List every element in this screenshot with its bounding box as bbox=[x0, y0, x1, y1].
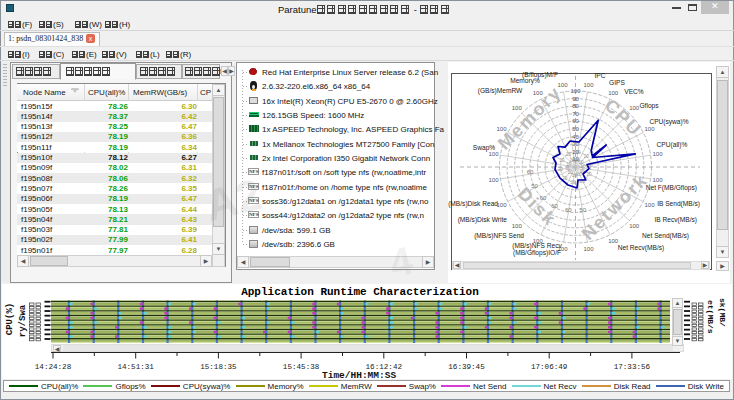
svg-text:100: 100 bbox=[512, 105, 523, 111]
svg-text:14:24:28: 14:24:28 bbox=[35, 363, 72, 370]
svg-text:100: 100 bbox=[629, 223, 640, 229]
svg-text:60: 60 bbox=[572, 118, 579, 124]
svg-text:80: 80 bbox=[572, 103, 579, 109]
svg-text:100: 100 bbox=[652, 177, 663, 183]
svg-text:15:18:35: 15:18:35 bbox=[200, 363, 237, 370]
svg-text:20: 20 bbox=[586, 172, 592, 177]
svg-text:70: 70 bbox=[572, 111, 579, 117]
svg-text:(B/flops)M/F: (B/flops)M/F bbox=[522, 71, 558, 79]
svg-text:Net Send(MB/s): Net Send(MB/s) bbox=[642, 232, 689, 240]
svg-text:Gflops: Gflops bbox=[639, 102, 659, 110]
svg-text:GIPS: GIPS bbox=[609, 79, 625, 86]
svg-text:90: 90 bbox=[572, 96, 579, 102]
svg-text:Memory%: Memory% bbox=[510, 77, 540, 85]
svg-text:16:12:42: 16:12:42 bbox=[366, 363, 403, 370]
svg-text:100: 100 bbox=[496, 202, 507, 208]
svg-text:20: 20 bbox=[571, 180, 577, 185]
svg-text:VEC%: VEC% bbox=[624, 88, 644, 95]
svg-text:60: 60 bbox=[527, 169, 534, 175]
svg-text:60: 60 bbox=[565, 207, 572, 213]
svg-text:(MB/s)NFS Recv: (MB/s)NFS Recv bbox=[512, 242, 562, 250]
svg-text:(MB/s)NFS Send: (MB/s)NFS Send bbox=[474, 232, 524, 240]
svg-text:100: 100 bbox=[512, 223, 523, 229]
svg-text:17:06:49: 17:06:49 bbox=[531, 363, 568, 370]
svg-text:50: 50 bbox=[579, 207, 586, 213]
svg-text:100: 100 bbox=[644, 126, 655, 132]
svg-text:Net Recv(MB/s): Net Recv(MB/s) bbox=[618, 244, 665, 252]
svg-text:CPU(sywa)%: CPU(sywa)% bbox=[649, 118, 688, 126]
svg-text:100: 100 bbox=[557, 82, 568, 88]
svg-text:16:39:45: 16:39:45 bbox=[448, 363, 485, 370]
svg-text:60: 60 bbox=[540, 195, 547, 201]
svg-text:100: 100 bbox=[533, 90, 544, 96]
svg-text:(GB/s)MemRW: (GB/s)MemRW bbox=[478, 87, 523, 95]
svg-text:20: 20 bbox=[558, 167, 564, 172]
svg-text:100: 100 bbox=[629, 105, 640, 111]
svg-text:20: 20 bbox=[584, 154, 590, 159]
svg-text:100: 100 bbox=[608, 90, 619, 96]
svg-text:IB Send(MB/s): IB Send(MB/s) bbox=[657, 200, 700, 208]
svg-text:100: 100 bbox=[496, 126, 507, 132]
svg-text:(MB/Gflops)IO/F: (MB/Gflops)IO/F bbox=[513, 249, 561, 257]
svg-text:IPC: IPC bbox=[595, 72, 606, 79]
svg-text:50: 50 bbox=[531, 183, 538, 189]
svg-text:60: 60 bbox=[551, 203, 558, 209]
svg-text:20: 20 bbox=[566, 152, 572, 157]
svg-text:100: 100 bbox=[488, 177, 499, 183]
svg-text:14:51:31: 14:51:31 bbox=[117, 363, 154, 370]
svg-text:40: 40 bbox=[572, 134, 579, 140]
svg-text:100: 100 bbox=[583, 246, 594, 252]
svg-text:100: 100 bbox=[570, 88, 581, 94]
svg-text:17:33:56: 17:33:56 bbox=[614, 363, 651, 370]
svg-text:Swap%: Swap% bbox=[473, 144, 495, 152]
svg-text:100: 100 bbox=[644, 202, 655, 208]
svg-text:50: 50 bbox=[572, 126, 579, 132]
svg-text:CPU(all)%: CPU(all)% bbox=[657, 141, 688, 149]
svg-text:Net F(MB/Gflops): Net F(MB/Gflops) bbox=[646, 184, 697, 192]
svg-text:15:45:38: 15:45:38 bbox=[283, 363, 320, 370]
svg-text:(MB/s)Disk Write: (MB/s)Disk Write bbox=[458, 216, 508, 224]
svg-text:100: 100 bbox=[652, 151, 663, 157]
svg-text:(MB/s)Disk Read: (MB/s)Disk Read bbox=[448, 200, 498, 208]
svg-text:20: 20 bbox=[575, 150, 581, 155]
svg-text:20: 20 bbox=[559, 158, 565, 163]
svg-text:100: 100 bbox=[488, 151, 499, 157]
svg-text:IB Recv(MB/s): IB Recv(MB/s) bbox=[655, 216, 698, 224]
svg-text:100: 100 bbox=[583, 82, 594, 88]
svg-text:10: 10 bbox=[574, 158, 580, 163]
